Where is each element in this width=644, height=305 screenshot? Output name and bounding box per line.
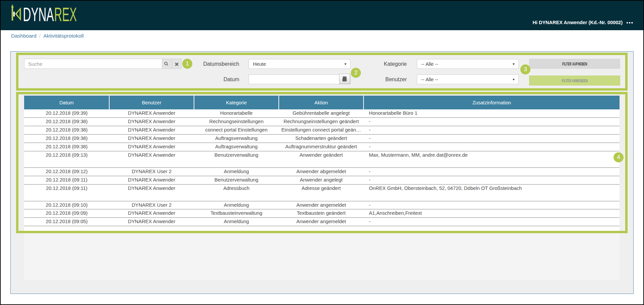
svg-text:DYNA: DYNA (23, 4, 54, 22)
svg-text:REX: REX (54, 4, 77, 22)
